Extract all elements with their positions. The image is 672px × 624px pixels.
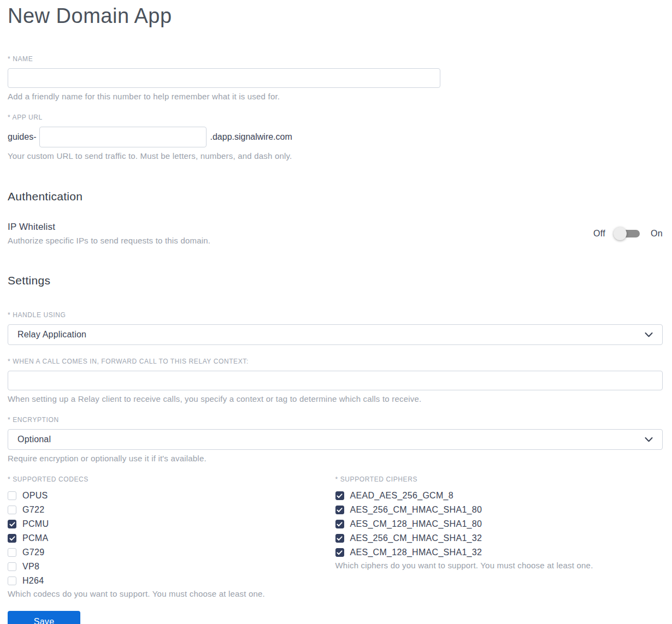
encryption-label: * ENCRYPTION xyxy=(8,416,663,424)
check-icon xyxy=(337,522,343,527)
handle-using-select[interactable]: Relay Application xyxy=(8,324,663,345)
check-icon xyxy=(9,536,15,541)
encryption-field-group: * ENCRYPTION Optional Require encryption… xyxy=(8,416,663,463)
app-url-field-group: * APP URL guides- .dapp.signalwire.com Y… xyxy=(8,114,663,161)
codec-option-label: G729 xyxy=(22,548,44,557)
app-url-suffix: .dapp.signalwire.com xyxy=(210,132,292,142)
checkbox[interactable] xyxy=(335,520,344,528)
settings-heading: Settings xyxy=(8,274,663,287)
ciphers-label: * SUPPORTED CIPHERS xyxy=(335,476,663,483)
check-icon xyxy=(9,522,15,527)
chevron-down-icon xyxy=(645,437,653,442)
codecs-label: * SUPPORTED CODECS xyxy=(8,476,335,483)
toggle-on-label: On xyxy=(651,229,663,239)
ip-whitelist-row: IP Whitelist Authorize specific IPs to s… xyxy=(8,222,663,245)
checkbox[interactable] xyxy=(8,562,16,571)
codec-option-pcmu[interactable]: PCMU xyxy=(8,517,335,531)
checkbox[interactable] xyxy=(8,577,16,585)
encryption-helper: Require encryption or optionally use it … xyxy=(8,454,663,463)
codecs-helper: Which codecs do you want to support. You… xyxy=(8,589,335,598)
checkbox[interactable] xyxy=(8,548,16,557)
checkbox[interactable] xyxy=(8,491,16,500)
codec-option-g729[interactable]: G729 xyxy=(8,545,335,560)
codec-option-label: PCMU xyxy=(22,519,49,529)
codec-option-opus[interactable]: OPUS xyxy=(8,489,335,503)
cipher-option-label: AES_CM_128_HMAC_SHA1_80 xyxy=(350,519,482,529)
relay-context-label: * WHEN A CALL COMES IN, FORWARD CALL TO … xyxy=(8,358,663,365)
codecs-ciphers-columns: * SUPPORTED CODECS OPUS G722 PCMU PCMA G… xyxy=(8,476,663,598)
name-input[interactable] xyxy=(8,68,440,88)
cipher-option-label: AES_256_CM_HMAC_SHA1_32 xyxy=(350,533,482,543)
app-url-label: * APP URL xyxy=(8,114,663,121)
checkbox[interactable] xyxy=(335,548,344,557)
ciphers-column: * SUPPORTED CIPHERS AEAD_AES_256_GCM_8 A… xyxy=(335,476,663,598)
ciphers-helper: Which ciphers do you want to support. Yo… xyxy=(335,561,663,570)
checkbox[interactable] xyxy=(335,491,344,500)
cipher-option-label: AEAD_AES_256_GCM_8 xyxy=(350,491,454,501)
check-icon xyxy=(337,536,343,541)
ip-whitelist-toggle-group: Off On xyxy=(593,229,663,239)
handle-using-field-group: * HANDLE USING Relay Application xyxy=(8,311,663,345)
name-helper: Add a friendly name for this number to h… xyxy=(8,92,663,101)
codec-option-h264[interactable]: H264 xyxy=(8,574,335,588)
chevron-down-icon xyxy=(645,332,653,337)
cipher-option-label: AES_CM_128_HMAC_SHA1_32 xyxy=(350,548,482,557)
checkbox[interactable] xyxy=(335,534,344,543)
name-label: * NAME xyxy=(8,55,663,63)
check-icon xyxy=(337,494,343,498)
app-url-helper: Your custom URL to send traffic to. Must… xyxy=(8,151,663,161)
check-icon xyxy=(337,550,343,555)
codec-option-g722[interactable]: G722 xyxy=(8,503,335,517)
relay-context-helper: When setting up a Relay client to receiv… xyxy=(8,394,663,403)
save-button[interactable]: Save xyxy=(8,611,80,624)
checkbox[interactable] xyxy=(335,506,344,514)
encryption-value: Optional xyxy=(17,435,51,444)
relay-context-field-group: * WHEN A CALL COMES IN, FORWARD CALL TO … xyxy=(8,358,663,403)
checkbox[interactable] xyxy=(8,506,16,514)
app-url-prefix: guides- xyxy=(8,132,36,142)
codec-option-label: VP8 xyxy=(22,562,39,572)
ip-whitelist-toggle[interactable] xyxy=(615,230,640,237)
checkbox[interactable] xyxy=(8,534,16,543)
handle-using-value: Relay Application xyxy=(17,330,86,340)
name-field-group: * NAME Add a friendly name for this numb… xyxy=(8,55,663,101)
check-icon xyxy=(337,508,343,513)
ip-whitelist-label: IP Whitelist xyxy=(8,222,210,233)
codec-option-vp8[interactable]: VP8 xyxy=(8,560,335,574)
codec-option-pcma[interactable]: PCMA xyxy=(8,531,335,545)
codec-option-label: H264 xyxy=(22,576,44,586)
authentication-heading: Authentication xyxy=(8,190,663,203)
cipher-option-aes-cm-128-hmac-sha1-80[interactable]: AES_CM_128_HMAC_SHA1_80 xyxy=(335,517,663,531)
ip-whitelist-text: IP Whitelist Authorize specific IPs to s… xyxy=(8,222,210,245)
cipher-option-label: AES_256_CM_HMAC_SHA1_80 xyxy=(350,505,482,515)
app-url-input[interactable] xyxy=(39,127,207,147)
ip-whitelist-helper: Authorize specific IPs to send requests … xyxy=(8,236,210,245)
toggle-off-label: Off xyxy=(593,229,605,239)
handle-using-label: * HANDLE USING xyxy=(8,311,663,319)
cipher-option-aes-256-cm-hmac-sha1-80[interactable]: AES_256_CM_HMAC_SHA1_80 xyxy=(335,503,663,517)
page-title: New Domain App xyxy=(8,4,663,28)
codec-option-label: PCMA xyxy=(22,533,48,543)
checkbox[interactable] xyxy=(8,520,16,528)
relay-context-input[interactable] xyxy=(8,371,663,390)
cipher-option-aes-256-cm-hmac-sha1-32[interactable]: AES_256_CM_HMAC_SHA1_32 xyxy=(335,531,663,545)
codec-option-label: G722 xyxy=(22,505,44,515)
codec-option-label: OPUS xyxy=(22,491,48,501)
toggle-knob xyxy=(614,227,627,240)
app-url-row: guides- .dapp.signalwire.com xyxy=(8,127,663,147)
cipher-option-aead-aes-256-gcm-8[interactable]: AEAD_AES_256_GCM_8 xyxy=(335,489,663,503)
new-domain-app-form: New Domain App * NAME Add a friendly nam… xyxy=(0,0,672,624)
codecs-column: * SUPPORTED CODECS OPUS G722 PCMU PCMA G… xyxy=(8,476,335,598)
encryption-select[interactable]: Optional xyxy=(8,429,663,450)
cipher-option-aes-cm-128-hmac-sha1-32[interactable]: AES_CM_128_HMAC_SHA1_32 xyxy=(335,545,663,560)
